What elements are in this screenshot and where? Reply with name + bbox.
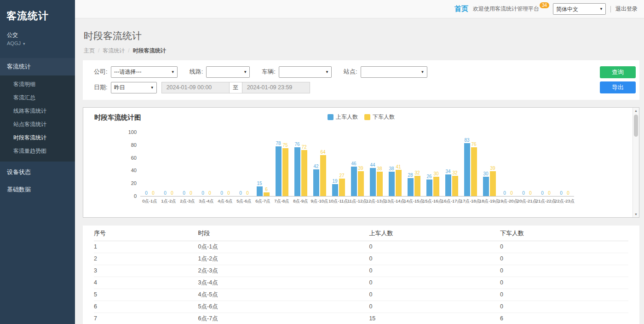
page-title: 时段客流统计	[84, 29, 639, 42]
x-axis-label: 1点-2点	[161, 198, 176, 204]
x-axis-label: 12点-13点	[366, 198, 386, 204]
bar-value-label: 0	[529, 191, 532, 196]
legend-item[interactable]: 下车人数	[364, 113, 395, 121]
bar-value-label: 0	[208, 191, 211, 196]
line-label: 线路:	[190, 68, 203, 76]
bar	[339, 179, 345, 196]
table-cell: 0	[369, 301, 500, 312]
chart-panel: 时段车流统计图 上车人数下车人数 020406080100 000点-1点001…	[83, 107, 639, 218]
station-select-wrap	[361, 66, 427, 78]
content: 时段客流统计 主页/客流统计/时段客流统计 公司: ---请选择--- 线路: …	[75, 18, 644, 324]
company-label: 公司:	[94, 68, 108, 76]
date-preset-select[interactable]: 昨日	[111, 82, 157, 93]
filter-panel: 公司: ---请选择--- 线路: 车辆: 站点:	[83, 60, 639, 100]
bar-value-label: 72	[301, 145, 306, 150]
scrollbar-thumb[interactable]	[634, 115, 638, 137]
table-body: 10点-1点0021点-2点0032点-3点0043点-4点0054点-5点00…	[94, 241, 628, 324]
chart-category-group: 004点-5点	[216, 133, 235, 204]
bar-value-label: 32	[452, 170, 457, 175]
table-cell: 0	[500, 253, 628, 265]
app-root: 客流统计 公交 AQGJ ▾ 客流统计 客流明细客流汇总线路客流统计站点客流统计…	[0, 0, 644, 324]
breadcrumb-item: 时段客流统计	[133, 47, 166, 54]
bar	[452, 176, 458, 196]
welcome-text: 欢迎使用客流统计管理平台	[473, 5, 539, 13]
bar-value-label: 6	[265, 187, 268, 192]
chart-body: 020406080100 000点-1点001点-2点002点-3点003点-4…	[121, 133, 632, 204]
bar-value-label: 64	[320, 150, 325, 155]
chart-category-group: 000点-1点	[140, 133, 159, 204]
table-row: 32点-3点00	[94, 265, 628, 277]
table-cell: 4	[94, 277, 198, 289]
x-axis-label: 19点-20点	[498, 198, 518, 204]
bar-value-label: 30	[483, 171, 488, 176]
vehicle-select-wrap	[279, 66, 332, 78]
bar-value-label: 30	[433, 171, 438, 176]
table-cell: 0	[369, 289, 500, 301]
table-header-cell: 时段	[198, 226, 369, 241]
main-area: 首页 欢迎使用客流统计管理平台 34 简体中文 退出登录 时段客流统计 主页/客…	[75, 0, 644, 324]
sidebar-item[interactable]: 时段客流统计	[0, 131, 75, 145]
logout-link[interactable]: 退出登录	[615, 5, 638, 13]
line-select[interactable]	[206, 66, 250, 78]
language-select-wrap: 简体中文	[553, 3, 606, 15]
breadcrumb-item[interactable]: 主页	[84, 47, 95, 54]
home-link[interactable]: 首页	[454, 5, 468, 13]
sidebar-item[interactable]: 客流汇总	[0, 91, 75, 104]
org-name: 公交	[0, 25, 75, 39]
chart-category-group: 384113点-14点	[385, 133, 404, 204]
chart-y-axis: 020406080100	[121, 133, 140, 197]
station-select[interactable]	[361, 66, 427, 78]
sidebar-item[interactable]: 客流量趋势图	[0, 145, 75, 158]
bar	[445, 174, 451, 196]
query-button[interactable]: 查询	[600, 66, 636, 78]
bar-value-label: 39	[358, 166, 363, 171]
table-cell: 15	[369, 312, 500, 324]
sidebar-item[interactable]: 线路客流统计	[0, 104, 75, 118]
sidebar-item[interactable]: 站点客流统计	[0, 118, 75, 131]
bar	[490, 171, 496, 196]
chart-category-group: 463911点-12点	[348, 133, 367, 204]
chart-scrollbar[interactable]: ▲ ▼	[632, 108, 639, 217]
chart-category-group: 002点-3点	[178, 133, 197, 204]
y-axis-tick: 40	[131, 168, 137, 173]
bar-value-label: 38	[389, 166, 394, 171]
bar-value-label: 78	[276, 141, 281, 146]
language-select[interactable]: 简体中文	[553, 3, 606, 15]
bar	[351, 167, 357, 196]
export-button[interactable]: 导出	[600, 81, 636, 93]
scroll-up-icon[interactable]: ▲	[634, 109, 638, 112]
bar	[282, 148, 288, 196]
sidebar-section-base-data[interactable]: 基础数据	[0, 181, 75, 198]
legend-swatch-icon	[328, 114, 334, 120]
bar	[276, 146, 282, 196]
org-selector[interactable]: AQGJ ▾	[0, 39, 75, 46]
table-cell: 7	[94, 312, 198, 324]
x-axis-label: 6点-7点	[255, 198, 270, 204]
notification-badge[interactable]: 34	[540, 2, 549, 8]
breadcrumb-item[interactable]: 客流统计	[103, 47, 125, 54]
app-logo: 客流统计	[0, 0, 75, 25]
bar-value-label: 42	[313, 164, 318, 169]
legend-item[interactable]: 上车人数	[328, 113, 358, 121]
date-from-input[interactable]	[161, 82, 230, 93]
sidebar-section-passenger-stats[interactable]: 客流统计	[0, 58, 75, 75]
scroll-down-icon[interactable]: ▼	[634, 213, 638, 216]
sidebar-section-device-status[interactable]: 设备状态	[0, 163, 75, 181]
table-cell: 6	[500, 312, 628, 324]
table-header-cell: 上车人数	[369, 226, 500, 241]
org-code-label: AQGJ	[7, 40, 21, 46]
bar	[464, 143, 470, 196]
bar	[408, 178, 414, 196]
date-label: 日期:	[94, 83, 108, 92]
x-axis-label: 3点-4点	[199, 198, 214, 204]
chart-category-group: 0019点-20点	[499, 133, 518, 204]
sidebar-item[interactable]: 客流明细	[0, 78, 75, 91]
bar-value-label: 0	[560, 191, 563, 196]
company-select[interactable]: ---请选择---	[111, 66, 178, 78]
filter-row-date: 日期: 昨日 至	[94, 81, 628, 93]
bar-value-label: 0	[239, 191, 242, 196]
date-to-input[interactable]	[242, 82, 310, 93]
table-header-row: 序号时段上车人数下车人数	[94, 226, 628, 241]
vehicle-select[interactable]	[279, 66, 332, 78]
legend-swatch-icon	[364, 114, 370, 120]
